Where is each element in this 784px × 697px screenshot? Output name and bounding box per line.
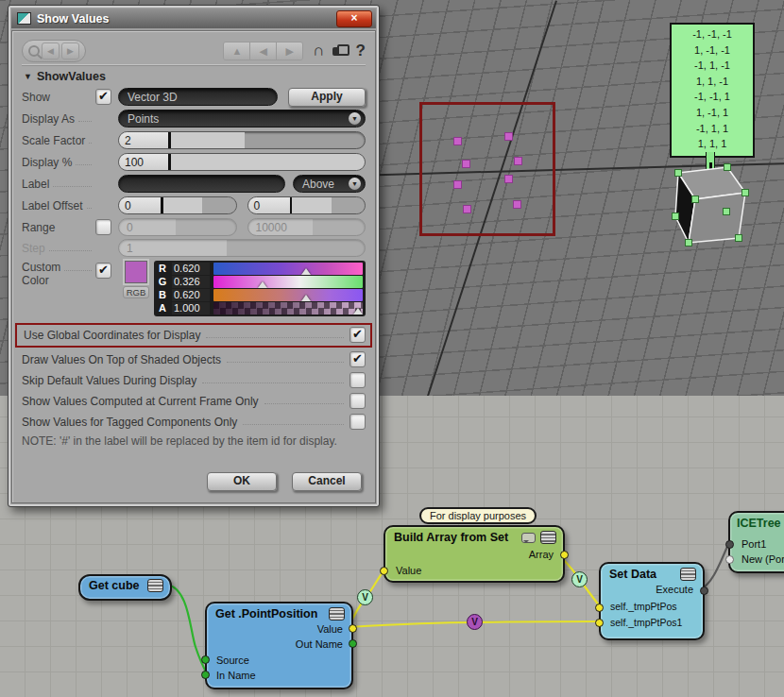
display-pct-label: Display % (22, 156, 72, 169)
checkbox-label: Show Values Computed at Current Frame On… (22, 395, 259, 408)
forward-button[interactable]: ▶ (277, 42, 302, 60)
dialog-titlebar[interactable]: Show Values × (11, 8, 376, 28)
label-offset-x-slider[interactable]: 0 (118, 196, 237, 214)
port-value: Value (396, 565, 421, 576)
use-global-coordinates-checkbox[interactable]: ✔ (349, 327, 366, 343)
node-build-array-from-set[interactable]: Build Array from Set Array Value (383, 525, 565, 583)
port-dot-value[interactable] (349, 624, 357, 633)
step-field[interactable]: 1 (118, 239, 366, 257)
range-checkbox[interactable]: ✔ (95, 219, 111, 235)
point-marker (453, 180, 462, 189)
port-dot-value[interactable] (380, 567, 388, 575)
row-scale-factor: Scale Factor 2 (22, 129, 366, 151)
label-input[interactable] (118, 175, 285, 193)
range-max-field[interactable]: 10000 (247, 218, 366, 236)
chevron-down-icon[interactable]: ▼ (349, 178, 361, 190)
port-dot-out-name[interactable] (349, 639, 357, 648)
node-menu-icon[interactable] (540, 531, 556, 544)
range-label: Range (22, 221, 55, 234)
chevron-down-icon[interactable]: ▼ (349, 112, 361, 125)
check-icon: ✔ (352, 327, 363, 341)
browse-buttons: ▲ ◀ ▶ (223, 42, 303, 60)
vector-connector[interactable]: V (357, 589, 373, 605)
node-menu-icon[interactable] (147, 579, 163, 592)
cube-object[interactable] (659, 157, 763, 255)
row-display-as: Display As Points ▼ (22, 108, 366, 129)
cancel-button[interactable]: Cancel (292, 472, 362, 491)
collapse-icon: ▼ (24, 72, 32, 81)
node-set-data[interactable]: Set Data Execute self._tmpPtPos self._tm… (599, 562, 705, 640)
draw-values-on-top-checkbox[interactable]: ✔ (349, 351, 366, 367)
node-icetree[interactable]: ICETree Port1 New (Port (728, 511, 784, 573)
node-menu-icon[interactable] (680, 568, 696, 581)
label-position-dropdown[interactable]: Above ▼ (293, 175, 366, 193)
label-offset-y-value: 0 (248, 197, 290, 213)
custom-color-label2: Color (22, 274, 95, 287)
node-title: Set Data (609, 568, 656, 581)
port-dot-execute[interactable] (700, 586, 708, 595)
show-label: Show (22, 91, 50, 104)
port-dot-in-name[interactable] (201, 671, 210, 679)
ok-button[interactable]: OK (207, 472, 277, 491)
scale-factor-slider[interactable]: 2 (118, 131, 366, 149)
channel-b-slider[interactable] (213, 289, 363, 301)
skip-default-values-checkbox[interactable]: ✔ (349, 372, 366, 388)
help-icon[interactable]: ? (356, 42, 366, 60)
port-execute: Execute (656, 584, 693, 595)
port-dot-new-port[interactable] (725, 555, 734, 564)
port-tmpptpos: self._tmpPtPos (610, 601, 677, 612)
range-min-field[interactable]: 0 (118, 218, 237, 236)
node-get-cube[interactable]: Get cube (78, 574, 172, 601)
display-pct-slider[interactable]: 100 (118, 153, 366, 171)
custom-color-checkbox[interactable]: ✔ (95, 263, 111, 279)
rgb-mode-button[interactable]: RGB (123, 286, 150, 298)
vector-connector[interactable]: V (571, 571, 588, 587)
next-button[interactable]: ▶ (61, 42, 79, 60)
channel-r-slider[interactable] (213, 263, 363, 275)
port-dot-array[interactable] (560, 551, 569, 559)
show-type-field[interactable]: Vector 3D (118, 88, 278, 106)
show-checkbox[interactable]: ✔ (95, 89, 111, 105)
apply-button[interactable]: Apply (288, 88, 366, 107)
section-title: ShowValues (37, 70, 106, 83)
update-icon[interactable]: ∩ (313, 42, 324, 60)
range-min-value: 0 (127, 221, 133, 234)
checkbox-label: Draw Values On Top of Shaded Objects (22, 353, 221, 366)
screen: -1, -1, -1 1, -1, -1 -1, 1, -1 1, 1, -1 … (0, 0, 784, 697)
node-comment-icon[interactable] (521, 533, 536, 543)
tagged-components-only-checkbox[interactable]: ✔ (349, 414, 366, 430)
row-draw-values-on-top: Draw Values On Top of Shaded Objects ✔ (22, 349, 366, 370)
channel-a-slider[interactable] (213, 302, 363, 314)
port-source: Source (216, 654, 249, 666)
keep-open-icon[interactable] (28, 45, 40, 57)
node-annotation: For display purposes (419, 507, 537, 524)
row-current-frame-only: Show Values Computed at Current Frame On… (22, 391, 366, 412)
close-button[interactable]: × (336, 10, 372, 27)
port-dot-tmpptpos[interactable] (595, 604, 604, 612)
port-dot-port1[interactable] (725, 540, 734, 549)
back-button[interactable]: ◀ (250, 42, 277, 60)
layers-icon[interactable] (332, 44, 347, 58)
section-showvalues[interactable]: ▼ ShowValues (22, 65, 366, 86)
node-get-pointposition[interactable]: Get .PointPosition Value Out Name Source… (205, 602, 353, 689)
channel-a-label: A (157, 302, 168, 314)
rgba-slider-panel: R 0.620 G 0.326 B 0.620 A 1.000 (154, 261, 366, 316)
port-dot-source[interactable] (201, 655, 210, 664)
display-as-dropdown[interactable]: Points ▼ (118, 110, 366, 128)
point-marker (453, 137, 462, 145)
step-label: Step (22, 242, 45, 255)
up-button[interactable]: ▲ (224, 42, 250, 60)
vector-connector-purple[interactable]: V (467, 614, 483, 630)
prev-button[interactable]: ◀ (42, 42, 60, 60)
display-pct-value: 100 (119, 154, 168, 170)
channel-b-value: 0.620 (172, 289, 210, 301)
color-swatch[interactable] (125, 261, 147, 283)
current-frame-only-checkbox[interactable]: ✔ (349, 393, 366, 409)
port-dot-tmpptpos1[interactable] (595, 619, 604, 627)
label-position-value: Above (302, 178, 334, 191)
window-icon (17, 12, 31, 25)
channel-g-slider[interactable] (213, 276, 363, 288)
row-label: Label Above ▼ (22, 173, 366, 195)
label-offset-y-slider[interactable]: 0 (247, 196, 366, 214)
node-menu-icon[interactable] (329, 607, 345, 620)
